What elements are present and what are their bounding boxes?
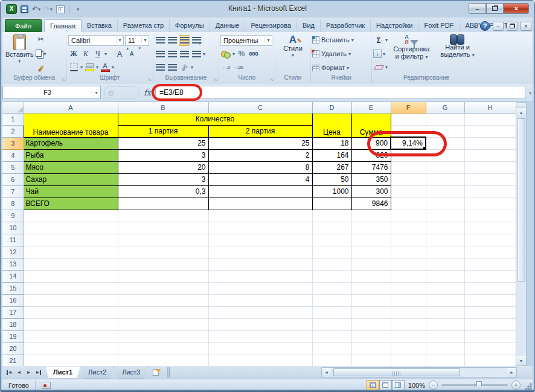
cell-C2[interactable]: 2 партия <box>208 125 312 137</box>
column-header-G[interactable]: G <box>426 102 464 113</box>
cell-G11[interactable] <box>426 234 464 246</box>
row-header-18[interactable]: 18 <box>2 318 24 330</box>
styles-button[interactable]: А✎ Стили ▾ <box>281 33 304 74</box>
cell-C7[interactable] <box>208 185 312 198</box>
expand-formula-bar-icon[interactable]: ▾ <box>529 91 531 96</box>
cell-D6[interactable]: 50 <box>312 173 351 185</box>
cell-H10[interactable] <box>464 222 516 234</box>
cell-B19[interactable] <box>118 330 208 342</box>
merge-dropdown-icon[interactable]: ▾ <box>203 51 205 57</box>
cell-B12[interactable] <box>118 246 208 258</box>
cell-F8[interactable] <box>391 198 426 210</box>
sheet-tab-Лист3[interactable]: Лист3 <box>114 367 148 379</box>
insert-function-button[interactable]: fx <box>144 88 151 97</box>
autosum-button[interactable]: Σ <box>373 35 384 46</box>
cell-G14[interactable] <box>426 270 464 282</box>
cell-B20[interactable] <box>118 342 208 355</box>
cell-D17[interactable] <box>312 306 351 318</box>
cell-A12[interactable] <box>24 246 118 258</box>
font-color-dropdown-icon[interactable]: ▾ <box>112 65 114 70</box>
row-header-1[interactable]: 1 <box>2 113 24 125</box>
cell-H6[interactable] <box>464 173 516 185</box>
cell-A11[interactable] <box>24 234 118 246</box>
scroll-left-icon[interactable]: ◄ <box>322 368 331 377</box>
cell-D15[interactable] <box>312 282 351 294</box>
cell-D16[interactable] <box>312 294 351 306</box>
help-button[interactable]: ? <box>480 21 490 31</box>
cell-F12[interactable] <box>391 246 426 258</box>
cell-B16[interactable] <box>118 294 208 306</box>
cut-button[interactable]: ✂ <box>36 34 46 45</box>
row-header-12[interactable]: 12 <box>2 246 24 258</box>
shrink-font-button[interactable]: А▾ <box>126 48 137 59</box>
cell-E6[interactable]: 350 <box>351 173 391 185</box>
cell-H15[interactable] <box>464 282 516 294</box>
cell-C20[interactable] <box>208 342 312 355</box>
cell-C8[interactable] <box>208 198 312 210</box>
zoom-slider-thumb[interactable] <box>476 381 482 389</box>
zoom-level-label[interactable]: 100% <box>408 382 425 389</box>
column-header-B[interactable]: B <box>118 102 208 113</box>
orientation-dropdown-icon[interactable]: ▾ <box>191 65 193 70</box>
cell-A14[interactable] <box>24 270 118 282</box>
tab-Рецензирова[interactable]: Рецензирова <box>245 19 297 32</box>
close-button[interactable]: × <box>504 3 529 14</box>
tab-Вставка[interactable]: Вставка <box>82 19 118 32</box>
find-select-button[interactable]: Найти ивыделить ▾ <box>435 33 479 74</box>
cell-H11[interactable] <box>464 234 516 246</box>
row-header-16[interactable]: 16 <box>2 294 24 306</box>
align-bottom-button[interactable] <box>179 35 190 46</box>
cell-H7[interactable] <box>464 185 516 198</box>
formula-input[interactable]: =E3/E8 <box>155 86 525 99</box>
cell-D1[interactable]: Цена <box>312 113 351 137</box>
cell-A8[interactable]: ВСЕГО <box>24 198 118 210</box>
tab-Главная[interactable]: Главная <box>44 19 82 32</box>
row-header-13[interactable]: 13 <box>2 258 24 270</box>
workbook-close-button[interactable]: × <box>521 22 531 31</box>
cell-E13[interactable] <box>351 258 391 270</box>
cell-F4[interactable] <box>391 149 426 161</box>
select-all-corner[interactable] <box>2 102 24 113</box>
cell-A6[interactable]: Сахар <box>24 173 118 185</box>
tab-Foxit PDF[interactable]: Foxit PDF <box>418 19 460 32</box>
horizontal-scroll-thumb[interactable] <box>333 368 460 376</box>
cell-H20[interactable] <box>464 342 516 355</box>
delete-cells-button[interactable]: Удалить▾ <box>312 48 370 60</box>
cell-E19[interactable] <box>351 330 391 342</box>
vertical-scrollbar[interactable]: ▲ ▼ <box>516 102 527 366</box>
cell-D10[interactable] <box>312 222 351 234</box>
cell-H13[interactable] <box>464 258 516 270</box>
cell-C14[interactable] <box>208 270 312 282</box>
cell-F17[interactable] <box>391 306 426 318</box>
cell-D11[interactable] <box>312 234 351 246</box>
tab-Формулы[interactable]: Формулы <box>170 19 210 32</box>
cell-A17[interactable] <box>24 306 118 318</box>
column-header-D[interactable]: D <box>312 102 351 113</box>
align-right-button[interactable] <box>179 48 190 59</box>
page-layout-view-button[interactable] <box>379 380 392 390</box>
zoom-in-button[interactable]: + <box>511 381 521 390</box>
cell-G19[interactable] <box>426 330 464 342</box>
vertical-scroll-thumb[interactable] <box>517 118 525 281</box>
cell-A10[interactable] <box>24 222 118 234</box>
normal-view-button[interactable] <box>367 380 379 390</box>
cell-D12[interactable] <box>312 246 351 258</box>
format-painter-button[interactable] <box>36 63 46 74</box>
cell-G10[interactable] <box>426 222 464 234</box>
cell-D9[interactable] <box>312 210 351 222</box>
cell-B14[interactable] <box>118 270 208 282</box>
align-left-button[interactable] <box>155 48 165 59</box>
cell-B17[interactable] <box>118 306 208 318</box>
cell-H9[interactable] <box>464 210 516 222</box>
cell-B9[interactable] <box>118 210 208 222</box>
cell-G3[interactable] <box>426 137 464 149</box>
align-middle-button[interactable] <box>167 35 178 46</box>
cell-C3[interactable]: 25 <box>208 137 312 149</box>
wrap-text-button[interactable]: ↶ <box>191 35 202 46</box>
cell-G2[interactable] <box>426 125 464 137</box>
cell-F2[interactable] <box>391 125 426 137</box>
redo-button[interactable]: ↷▾ <box>43 4 53 14</box>
cell-E14[interactable] <box>351 270 391 282</box>
macro-record-icon[interactable] <box>42 382 51 389</box>
alignment-dialog-launcher-icon[interactable]: ↘ <box>213 77 217 82</box>
